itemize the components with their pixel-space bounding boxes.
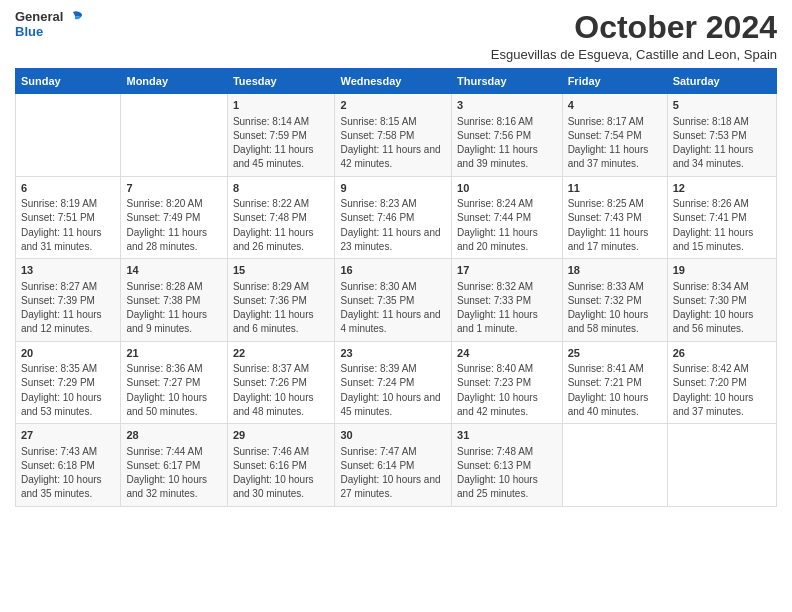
logo-blue: Blue	[15, 25, 43, 40]
page: General Blue October 2024 Esguevillas de…	[0, 0, 792, 612]
main-title: October 2024	[491, 10, 777, 45]
day-number: 25	[568, 346, 662, 361]
calendar-cell: 24Sunrise: 8:40 AMSunset: 7:23 PMDayligh…	[452, 341, 563, 424]
day-number: 14	[126, 263, 221, 278]
day-number: 21	[126, 346, 221, 361]
day-info: Sunrise: 7:48 AMSunset: 6:13 PMDaylight:…	[457, 446, 538, 500]
day-info: Sunrise: 8:22 AMSunset: 7:48 PMDaylight:…	[233, 198, 314, 252]
day-info: Sunrise: 8:37 AMSunset: 7:26 PMDaylight:…	[233, 363, 314, 417]
col-thursday: Thursday	[452, 69, 563, 94]
col-wednesday: Wednesday	[335, 69, 452, 94]
calendar-cell: 31Sunrise: 7:48 AMSunset: 6:13 PMDayligh…	[452, 424, 563, 507]
calendar-cell: 1Sunrise: 8:14 AMSunset: 7:59 PMDaylight…	[227, 94, 335, 177]
logo-bird-icon	[65, 10, 83, 24]
day-number: 17	[457, 263, 557, 278]
calendar-cell: 6Sunrise: 8:19 AMSunset: 7:51 PMDaylight…	[16, 176, 121, 259]
day-info: Sunrise: 8:34 AMSunset: 7:30 PMDaylight:…	[673, 281, 754, 335]
calendar-cell	[667, 424, 776, 507]
calendar-cell: 25Sunrise: 8:41 AMSunset: 7:21 PMDayligh…	[562, 341, 667, 424]
day-info: Sunrise: 8:24 AMSunset: 7:44 PMDaylight:…	[457, 198, 538, 252]
day-number: 9	[340, 181, 446, 196]
title-section: October 2024 Esguevillas de Esgueva, Cas…	[491, 10, 777, 62]
calendar-cell: 9Sunrise: 8:23 AMSunset: 7:46 PMDaylight…	[335, 176, 452, 259]
calendar-table: Sunday Monday Tuesday Wednesday Thursday…	[15, 68, 777, 507]
day-number: 12	[673, 181, 771, 196]
calendar-cell: 29Sunrise: 7:46 AMSunset: 6:16 PMDayligh…	[227, 424, 335, 507]
calendar-header-row: Sunday Monday Tuesday Wednesday Thursday…	[16, 69, 777, 94]
day-info: Sunrise: 8:17 AMSunset: 7:54 PMDaylight:…	[568, 116, 649, 170]
calendar-cell: 22Sunrise: 8:37 AMSunset: 7:26 PMDayligh…	[227, 341, 335, 424]
calendar-cell: 21Sunrise: 8:36 AMSunset: 7:27 PMDayligh…	[121, 341, 227, 424]
day-info: Sunrise: 8:33 AMSunset: 7:32 PMDaylight:…	[568, 281, 649, 335]
calendar-cell	[121, 94, 227, 177]
day-info: Sunrise: 8:14 AMSunset: 7:59 PMDaylight:…	[233, 116, 314, 170]
day-info: Sunrise: 8:32 AMSunset: 7:33 PMDaylight:…	[457, 281, 538, 335]
calendar-cell: 17Sunrise: 8:32 AMSunset: 7:33 PMDayligh…	[452, 259, 563, 342]
header: General Blue October 2024 Esguevillas de…	[15, 10, 777, 62]
day-info: Sunrise: 7:43 AMSunset: 6:18 PMDaylight:…	[21, 446, 102, 500]
calendar-week-row: 13Sunrise: 8:27 AMSunset: 7:39 PMDayligh…	[16, 259, 777, 342]
day-number: 20	[21, 346, 115, 361]
calendar-week-row: 6Sunrise: 8:19 AMSunset: 7:51 PMDaylight…	[16, 176, 777, 259]
col-tuesday: Tuesday	[227, 69, 335, 94]
day-info: Sunrise: 8:41 AMSunset: 7:21 PMDaylight:…	[568, 363, 649, 417]
calendar-week-row: 20Sunrise: 8:35 AMSunset: 7:29 PMDayligh…	[16, 341, 777, 424]
calendar-week-row: 27Sunrise: 7:43 AMSunset: 6:18 PMDayligh…	[16, 424, 777, 507]
calendar-cell: 26Sunrise: 8:42 AMSunset: 7:20 PMDayligh…	[667, 341, 776, 424]
day-info: Sunrise: 8:40 AMSunset: 7:23 PMDaylight:…	[457, 363, 538, 417]
day-number: 24	[457, 346, 557, 361]
day-info: Sunrise: 8:27 AMSunset: 7:39 PMDaylight:…	[21, 281, 102, 335]
calendar-cell: 28Sunrise: 7:44 AMSunset: 6:17 PMDayligh…	[121, 424, 227, 507]
calendar-cell: 4Sunrise: 8:17 AMSunset: 7:54 PMDaylight…	[562, 94, 667, 177]
day-info: Sunrise: 7:47 AMSunset: 6:14 PMDaylight:…	[340, 446, 440, 500]
day-number: 31	[457, 428, 557, 443]
day-info: Sunrise: 7:46 AMSunset: 6:16 PMDaylight:…	[233, 446, 314, 500]
calendar-cell: 23Sunrise: 8:39 AMSunset: 7:24 PMDayligh…	[335, 341, 452, 424]
day-number: 5	[673, 98, 771, 113]
calendar-cell: 13Sunrise: 8:27 AMSunset: 7:39 PMDayligh…	[16, 259, 121, 342]
calendar-week-row: 1Sunrise: 8:14 AMSunset: 7:59 PMDaylight…	[16, 94, 777, 177]
day-info: Sunrise: 8:23 AMSunset: 7:46 PMDaylight:…	[340, 198, 440, 252]
day-info: Sunrise: 7:44 AMSunset: 6:17 PMDaylight:…	[126, 446, 207, 500]
day-number: 1	[233, 98, 330, 113]
calendar-cell: 14Sunrise: 8:28 AMSunset: 7:38 PMDayligh…	[121, 259, 227, 342]
day-number: 29	[233, 428, 330, 443]
logo: General Blue	[15, 10, 83, 40]
calendar-cell: 2Sunrise: 8:15 AMSunset: 7:58 PMDaylight…	[335, 94, 452, 177]
calendar-cell: 5Sunrise: 8:18 AMSunset: 7:53 PMDaylight…	[667, 94, 776, 177]
calendar-cell: 20Sunrise: 8:35 AMSunset: 7:29 PMDayligh…	[16, 341, 121, 424]
day-number: 23	[340, 346, 446, 361]
calendar-cell: 7Sunrise: 8:20 AMSunset: 7:49 PMDaylight…	[121, 176, 227, 259]
day-number: 28	[126, 428, 221, 443]
day-number: 18	[568, 263, 662, 278]
day-number: 27	[21, 428, 115, 443]
calendar-cell: 10Sunrise: 8:24 AMSunset: 7:44 PMDayligh…	[452, 176, 563, 259]
calendar-cell: 18Sunrise: 8:33 AMSunset: 7:32 PMDayligh…	[562, 259, 667, 342]
day-number: 22	[233, 346, 330, 361]
day-number: 4	[568, 98, 662, 113]
day-info: Sunrise: 8:36 AMSunset: 7:27 PMDaylight:…	[126, 363, 207, 417]
col-saturday: Saturday	[667, 69, 776, 94]
calendar-cell: 15Sunrise: 8:29 AMSunset: 7:36 PMDayligh…	[227, 259, 335, 342]
day-number: 16	[340, 263, 446, 278]
day-number: 19	[673, 263, 771, 278]
logo-general: General	[15, 10, 63, 25]
calendar-cell: 27Sunrise: 7:43 AMSunset: 6:18 PMDayligh…	[16, 424, 121, 507]
day-number: 3	[457, 98, 557, 113]
day-number: 10	[457, 181, 557, 196]
day-info: Sunrise: 8:15 AMSunset: 7:58 PMDaylight:…	[340, 116, 440, 170]
day-number: 11	[568, 181, 662, 196]
day-number: 2	[340, 98, 446, 113]
day-info: Sunrise: 8:42 AMSunset: 7:20 PMDaylight:…	[673, 363, 754, 417]
day-info: Sunrise: 8:35 AMSunset: 7:29 PMDaylight:…	[21, 363, 102, 417]
day-info: Sunrise: 8:16 AMSunset: 7:56 PMDaylight:…	[457, 116, 538, 170]
calendar-cell: 12Sunrise: 8:26 AMSunset: 7:41 PMDayligh…	[667, 176, 776, 259]
day-info: Sunrise: 8:20 AMSunset: 7:49 PMDaylight:…	[126, 198, 207, 252]
calendar-cell: 3Sunrise: 8:16 AMSunset: 7:56 PMDaylight…	[452, 94, 563, 177]
day-number: 6	[21, 181, 115, 196]
calendar-cell: 11Sunrise: 8:25 AMSunset: 7:43 PMDayligh…	[562, 176, 667, 259]
day-info: Sunrise: 8:26 AMSunset: 7:41 PMDaylight:…	[673, 198, 754, 252]
day-number: 7	[126, 181, 221, 196]
calendar-cell: 16Sunrise: 8:30 AMSunset: 7:35 PMDayligh…	[335, 259, 452, 342]
calendar-cell	[562, 424, 667, 507]
